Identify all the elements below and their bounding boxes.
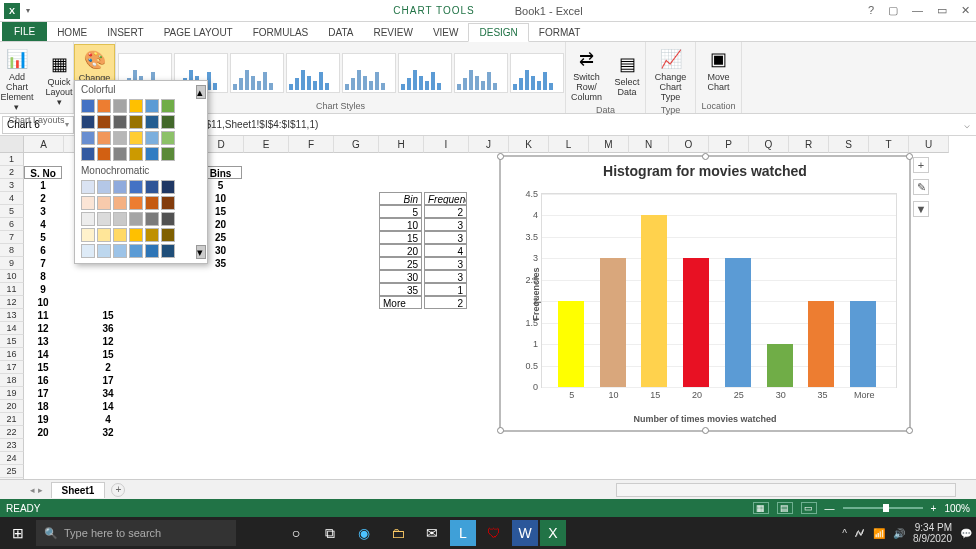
row-header[interactable]: 18 — [0, 374, 24, 387]
chart-handle-n[interactable] — [702, 153, 709, 160]
column-header[interactable]: T — [869, 136, 909, 153]
chart-bar[interactable] — [725, 258, 751, 387]
cell[interactable]: 7 — [24, 257, 62, 270]
row-header[interactable]: 3 — [0, 179, 24, 192]
cell[interactable]: 4 — [24, 218, 62, 231]
column-header[interactable]: A — [24, 136, 64, 153]
row-header[interactable]: 2 — [0, 166, 24, 179]
column-header[interactable]: H — [379, 136, 424, 153]
cell[interactable]: 2 — [424, 205, 467, 218]
row-header[interactable]: 5 — [0, 205, 24, 218]
row-header[interactable]: 12 — [0, 296, 24, 309]
color-scheme-option[interactable] — [75, 179, 207, 195]
add-sheet-button[interactable]: + — [111, 483, 125, 497]
row-header[interactable]: 10 — [0, 270, 24, 283]
color-scheme-option[interactable] — [75, 227, 207, 243]
edge-icon[interactable]: ◉ — [348, 519, 380, 547]
chart-handle-se[interactable] — [906, 427, 913, 434]
cell[interactable]: 2 — [24, 192, 62, 205]
chart-bar[interactable] — [808, 301, 834, 387]
mcafee-icon[interactable]: 🛡 — [478, 519, 510, 547]
column-header[interactable]: O — [669, 136, 709, 153]
column-header[interactable]: I — [424, 136, 469, 153]
row-header[interactable]: 7 — [0, 231, 24, 244]
chart-handle-s[interactable] — [702, 427, 709, 434]
row-header[interactable]: 19 — [0, 387, 24, 400]
row-header[interactable]: 15 — [0, 335, 24, 348]
chart-style-option[interactable] — [454, 53, 508, 93]
start-button[interactable]: ⊞ — [4, 519, 32, 547]
row-header[interactable]: 24 — [0, 452, 24, 465]
cell[interactable]: 3 — [424, 270, 467, 283]
cell[interactable]: 30 — [379, 270, 422, 283]
row-header[interactable]: 23 — [0, 439, 24, 452]
column-header[interactable]: L — [549, 136, 589, 153]
word-icon[interactable]: W — [512, 520, 538, 546]
cell[interactable]: 11 — [24, 309, 62, 322]
color-scheme-option[interactable] — [75, 211, 207, 227]
cell[interactable]: 3 — [24, 205, 62, 218]
column-header[interactable]: F — [289, 136, 334, 153]
cell[interactable]: S. No — [24, 166, 62, 179]
cell[interactable]: 17 — [64, 374, 152, 387]
row-header[interactable]: 20 — [0, 400, 24, 413]
row-header[interactable]: 13 — [0, 309, 24, 322]
switch-row-column-button[interactable]: ⇄Switch Row/ Column — [567, 44, 606, 105]
move-chart-button[interactable]: ▣Move Chart — [702, 44, 736, 95]
select-all-corner[interactable] — [0, 136, 24, 153]
tab-home[interactable]: HOME — [47, 24, 97, 41]
cell[interactable]: 15 — [64, 348, 152, 361]
qat-dropdown[interactable]: ▾ — [26, 6, 30, 15]
close-button[interactable]: ✕ — [961, 4, 970, 17]
color-scheme-option[interactable] — [75, 146, 207, 162]
cell[interactable]: 25 — [379, 257, 422, 270]
taskbar-search[interactable]: 🔍 Type here to search — [36, 520, 236, 546]
column-header[interactable]: S — [829, 136, 869, 153]
sheet-tab-sheet1[interactable]: Sheet1 — [51, 482, 106, 498]
change-chart-type-button[interactable]: 📈Change Chart Type — [651, 44, 691, 105]
cell[interactable]: 13 — [24, 335, 62, 348]
cell[interactable]: 14 — [64, 400, 152, 413]
cell[interactable]: More — [379, 296, 422, 309]
cell[interactable]: 3 — [424, 231, 467, 244]
chart-bar[interactable] — [600, 258, 626, 387]
restore-button[interactable]: ▭ — [937, 4, 947, 17]
row-header[interactable]: 25 — [0, 465, 24, 478]
column-header[interactable]: Q — [749, 136, 789, 153]
cell[interactable]: 20 — [379, 244, 422, 257]
color-scheme-option[interactable] — [75, 130, 207, 146]
cell[interactable]: 2 — [64, 361, 152, 374]
view-page-layout-button[interactable]: ▤ — [777, 502, 793, 514]
cell[interactable]: 12 — [64, 335, 152, 348]
row-header[interactable]: 6 — [0, 218, 24, 231]
column-header[interactable]: K — [509, 136, 549, 153]
column-header[interactable]: P — [709, 136, 749, 153]
row-header[interactable]: 21 — [0, 413, 24, 426]
column-header[interactable]: J — [469, 136, 509, 153]
ribbon-display-button[interactable]: ▢ — [888, 4, 898, 17]
quick-layout-button[interactable]: ▦ Quick Layout ▾ — [42, 49, 77, 110]
tab-design[interactable]: DESIGN — [468, 23, 528, 42]
chart-style-option[interactable] — [230, 53, 284, 93]
tab-view[interactable]: VIEW — [423, 24, 469, 41]
excel-taskbar-icon[interactable]: X — [540, 520, 566, 546]
color-scheme-option[interactable] — [75, 98, 207, 114]
embedded-chart[interactable]: Histogram for movies watched Frequencies… — [500, 156, 910, 431]
zoom-out-button[interactable]: — — [825, 503, 835, 514]
tab-review[interactable]: REVIEW — [363, 24, 422, 41]
taskbar-clock[interactable]: 9:34 PM 8/9/2020 — [913, 522, 952, 544]
add-chart-element-button[interactable]: 📊 Add Chart Element ▾ — [0, 44, 38, 115]
chart-styles-button[interactable]: ✎ — [913, 179, 929, 195]
chart-handle-nw[interactable] — [497, 153, 504, 160]
row-header[interactable]: 11 — [0, 283, 24, 296]
row-header[interactable]: 17 — [0, 361, 24, 374]
cell[interactable]: 8 — [24, 270, 62, 283]
cell[interactable]: 10 — [24, 296, 62, 309]
column-header[interactable]: N — [629, 136, 669, 153]
file-explorer-icon[interactable]: 🗀 — [382, 519, 414, 547]
cell[interactable]: 36 — [64, 322, 152, 335]
color-scheme-option[interactable] — [75, 114, 207, 130]
tab-page-layout[interactable]: PAGE LAYOUT — [154, 24, 243, 41]
formula-bar[interactable]: requency",Sheet1!$H$4:$H$11,Sheet1!$I$4:… — [80, 119, 976, 130]
cell[interactable]: 3 — [424, 218, 467, 231]
